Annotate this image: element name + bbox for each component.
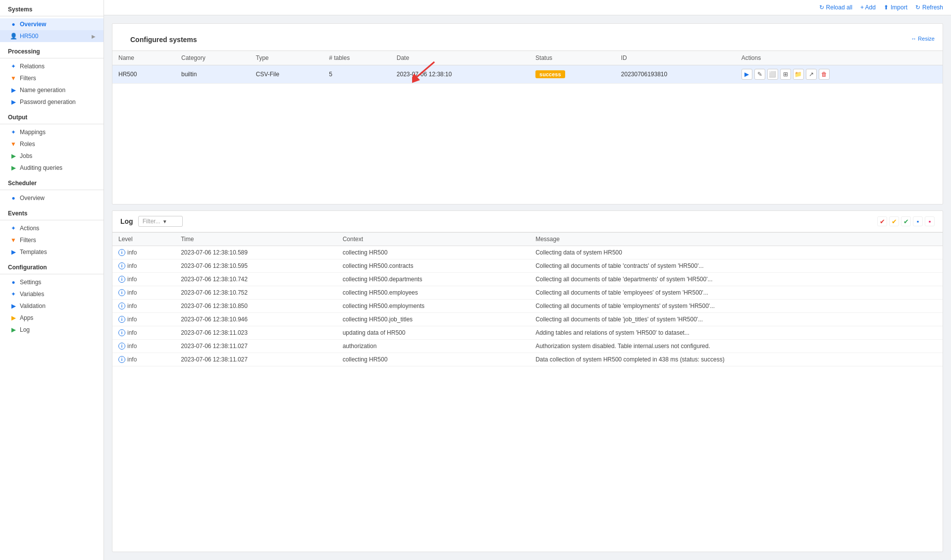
sidebar: Systems ● Overview 👤 HR500 ▶ Processing … (0, 0, 104, 560)
sidebar-item-label: Overview (20, 21, 46, 28)
info-icon: i (118, 276, 125, 283)
sidebar-item-label: Jobs (20, 153, 32, 159)
log-cell-context: collecting HR500.employments (337, 300, 529, 313)
table-row[interactable]: HR500 builtin CSV-File 5 2023-07-06 12:3… (112, 65, 943, 84)
log-cell-time: 2023-07-06 12:38:11.027 (175, 353, 337, 366)
sidebar-item-overview[interactable]: ● Overview (0, 18, 104, 30)
action-icons: ▶ ✎ ⬜ ⊞ 📁 ↗ 🗑 (741, 69, 937, 80)
cell-actions: ▶ ✎ ⬜ ⊞ 📁 ↗ 🗑 (736, 65, 943, 84)
filter-warning-icon[interactable]: ✔ (889, 216, 899, 226)
sidebar-item-label: HR500 (20, 33, 38, 40)
sidebar-item-actions[interactable]: ✦ Actions (0, 222, 104, 234)
log-title: Log (120, 217, 133, 225)
info-icon: i (118, 289, 125, 296)
import-button[interactable]: ⬆ Import (884, 4, 907, 11)
sidebar-section-title-systems: Systems (0, 0, 104, 16)
play-icon: ▶ (10, 164, 17, 171)
log-cell-context: collecting HR500.departments (337, 273, 529, 286)
action-delete-button[interactable]: 🗑 (819, 69, 830, 80)
log-filter-dropdown[interactable]: Filter... ▼ (138, 216, 183, 227)
info-icon: i (118, 316, 125, 323)
log-row: i info 2023-07-06 12:38:11.027 authoriza… (112, 340, 943, 353)
systems-panel: Configured systems ↔ Resize Name Categor… (112, 23, 943, 204)
sidebar-section-events: Events ✦ Actions ▼ Filters ▶ Templates (0, 204, 104, 258)
reload-all-button[interactable]: ↻ Reload all (819, 4, 852, 11)
circle-icon: ● (10, 21, 17, 28)
cell-tables: 5 (323, 65, 391, 84)
sidebar-item-auditing-queries[interactable]: ▶ Auditing queries (0, 162, 104, 174)
col-actions: Actions (736, 51, 943, 65)
log-cell-level: i info (112, 259, 175, 273)
log-cell-level: i info (112, 286, 175, 300)
sidebar-item-password-generation[interactable]: ▶ Password generation (0, 96, 104, 108)
log-row: i info 2023-07-06 12:38:10.595 collectin… (112, 259, 943, 273)
cell-status: success (529, 65, 615, 84)
log-cell-message: Collecting all documents of table 'contr… (529, 259, 943, 273)
sidebar-item-roles[interactable]: ▼ Roles (0, 138, 104, 150)
log-cell-context: collecting HR500.employees (337, 286, 529, 300)
sidebar-item-validation[interactable]: ▶ Validation (0, 300, 104, 312)
sidebar-section-title-processing: Processing (0, 42, 104, 58)
sidebar-item-variables[interactable]: ✦ Variables (0, 288, 104, 300)
sidebar-item-scheduler-overview[interactable]: ● Overview (0, 192, 104, 204)
sidebar-section-processing: Processing ✦ Relations ▼ Filters ▶ Name … (0, 42, 104, 108)
log-cell-time: 2023-07-06 12:38:11.027 (175, 340, 337, 353)
log-cell-context: updating data of HR500 (337, 326, 529, 340)
sidebar-item-label: Variables (20, 291, 44, 298)
systems-table: Name Category Type # tables Date Status … (112, 51, 943, 84)
filter-trace-icon[interactable]: ▪ (925, 216, 935, 226)
sidebar-item-templates[interactable]: ▶ Templates (0, 246, 104, 258)
info-icon: i (118, 329, 125, 336)
sidebar-item-events-filters[interactable]: ▼ Filters (0, 234, 104, 246)
sidebar-item-label: Settings (20, 279, 41, 286)
play-icon: ▶ (10, 249, 17, 255)
add-button[interactable]: + Add (860, 4, 876, 11)
log-cell-context: authorization (337, 340, 529, 353)
action-export-button[interactable]: 📁 (793, 69, 804, 80)
log-cell-context: collecting HR500.job_titles (337, 313, 529, 326)
sidebar-item-label: Mappings (20, 129, 46, 136)
sidebar-item-hr500[interactable]: 👤 HR500 ▶ (0, 30, 104, 42)
refresh-button[interactable]: ↻ Refresh (915, 4, 943, 11)
star-icon: ✦ (10, 129, 17, 136)
log-cell-message: Authorization system disabled. Table int… (529, 340, 943, 353)
sidebar-section-output: Output ✦ Mappings ▼ Roles ▶ Jobs ▶ Audit… (0, 108, 104, 174)
info-icon: i (118, 303, 125, 309)
sidebar-section-title-output: Output (0, 108, 104, 124)
action-table-button[interactable]: ⊞ (780, 69, 791, 80)
sidebar-item-label: Name generation (20, 87, 65, 94)
log-cell-message: Collecting all documents of table 'emplo… (529, 300, 943, 313)
sidebar-item-label: Relations (20, 63, 45, 70)
info-icon: i (118, 262, 125, 269)
filter-info-icon[interactable]: ✔ (901, 216, 911, 226)
log-cell-level: i info (112, 340, 175, 353)
resize-button[interactable]: ↔ Resize (911, 36, 935, 42)
action-run-button[interactable]: ▶ (741, 69, 752, 80)
log-row: i info 2023-07-06 12:38:10.850 collectin… (112, 300, 943, 313)
sidebar-item-label: Overview (20, 195, 45, 202)
info-icon: i (118, 249, 125, 256)
sidebar-item-mappings[interactable]: ✦ Mappings (0, 126, 104, 138)
sidebar-item-label: Validation (20, 303, 46, 309)
action-share-button[interactable]: ↗ (806, 69, 817, 80)
action-edit-button[interactable]: ✎ (754, 69, 765, 80)
log-cell-context: collecting HR500 (337, 246, 529, 259)
sidebar-item-log[interactable]: ▶ Log (0, 324, 104, 336)
sidebar-item-apps[interactable]: ▶ Apps (0, 312, 104, 324)
filter-error-icon[interactable]: ✔ (877, 216, 887, 226)
log-row: i info 2023-07-06 12:38:10.589 collectin… (112, 246, 943, 259)
log-scroll-area[interactable]: Level Time Context Message i info 2023-0… (112, 232, 943, 552)
star-icon: ✦ (10, 225, 17, 232)
reload-icon: ↻ (819, 4, 824, 11)
filter-debug-icon[interactable]: ▪ (913, 216, 923, 226)
sidebar-item-name-generation[interactable]: ▶ Name generation (0, 84, 104, 96)
sidebar-item-filters[interactable]: ▼ Filters (0, 72, 104, 84)
sidebar-item-settings[interactable]: ● Settings (0, 276, 104, 288)
sidebar-section-title-configuration: Configuration (0, 258, 104, 274)
play-icon: ▶ (10, 87, 17, 94)
sidebar-item-jobs[interactable]: ▶ Jobs (0, 150, 104, 162)
sidebar-item-relations[interactable]: ✦ Relations (0, 60, 104, 72)
log-row: i info 2023-07-06 12:38:10.752 collectin… (112, 286, 943, 300)
action-copy-button[interactable]: ⬜ (767, 69, 778, 80)
info-icon: i (118, 356, 125, 363)
